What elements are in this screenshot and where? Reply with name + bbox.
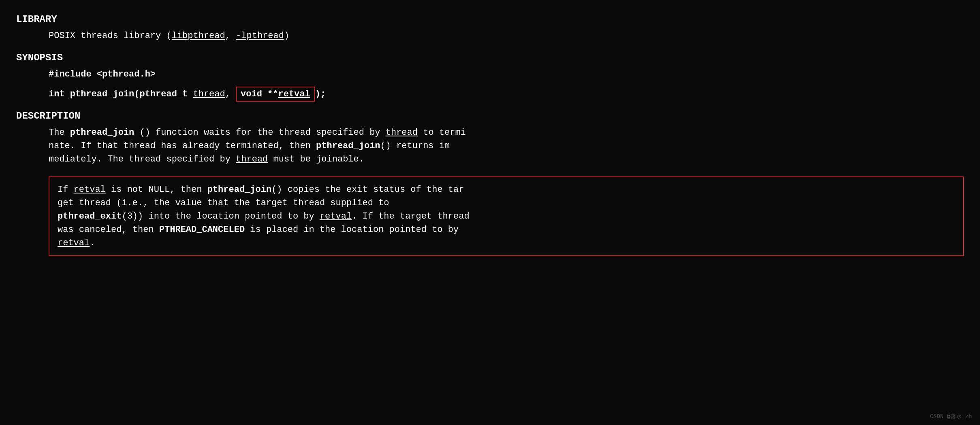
desc-p2-retval3[interactable]: retval <box>58 238 90 248</box>
desc-highlight-box: If retval is not NULL, then pthread_join… <box>49 176 964 256</box>
libpthread-link[interactable]: libpthread <box>172 31 225 41</box>
sig-retval: retval <box>278 89 310 99</box>
library-text: POSIX threads library ( <box>49 31 172 41</box>
sig-highlight-box: void **retval <box>236 87 315 102</box>
desc-p2-mid1: is not NULL, then <box>106 185 207 195</box>
desc-p1-end: must be joinable. <box>268 154 364 164</box>
synopsis-title: SYNOPSIS <box>16 51 964 65</box>
sig-start: int pthread_join(pthread_t <box>49 89 193 99</box>
desc-p2-canceled: PTHREAD_CANCELED <box>159 225 245 235</box>
desc-p2-start: If <box>58 185 74 195</box>
description-section: DESCRIPTION The pthread_join () function… <box>16 109 964 256</box>
library-separator: , <box>225 31 236 41</box>
lpthread-link[interactable]: -lpthread <box>236 31 284 41</box>
sig-void: void ** <box>241 89 278 99</box>
watermark: CSDN @落水 zh <box>930 412 972 421</box>
description-content: The pthread_join () function waits for t… <box>49 126 964 256</box>
desc-p1-thread-link[interactable]: thread <box>386 128 418 138</box>
function-signature: int pthread_join(pthread_t thread, void … <box>49 87 964 101</box>
library-title: LIBRARY <box>16 12 964 27</box>
library-content: POSIX threads library (libpthread, -lpth… <box>49 29 964 42</box>
library-end: ) <box>284 31 289 41</box>
desc-para1: The pthread_join () function waits for t… <box>49 126 964 166</box>
desc-p2-end: . <box>90 238 95 248</box>
desc-p2-func: pthread_join <box>207 185 271 195</box>
desc-p1-func: pthread_join <box>70 128 134 138</box>
desc-p2-retval[interactable]: retval <box>74 185 106 195</box>
description-title: DESCRIPTION <box>16 109 964 123</box>
sig-comma: , <box>225 89 236 99</box>
synopsis-content: #include <pthread.h> int pthread_join(pt… <box>49 68 964 101</box>
sig-end: ); <box>315 89 326 99</box>
desc-p1-func2: pthread_join <box>316 141 380 151</box>
desc-p2-func2: pthread_exit <box>58 211 122 221</box>
desc-p1-mid1: () function waits for the thread specifi… <box>134 128 386 138</box>
sig-thread: thread <box>193 89 225 99</box>
desc-p2-retval2[interactable]: retval <box>320 211 352 221</box>
desc-p2-mid5: is placed in the location pointed to by <box>245 225 459 235</box>
library-section: LIBRARY POSIX threads library (libpthrea… <box>16 12 964 42</box>
desc-p1-thread-link2[interactable]: thread <box>236 154 268 164</box>
include-line: #include <pthread.h> <box>49 68 964 81</box>
desc-p1-start: The <box>49 128 70 138</box>
desc-p2-mid3: (3)) into the location pointed to by <box>122 211 319 221</box>
synopsis-section: SYNOPSIS #include <pthread.h> int pthrea… <box>16 51 964 101</box>
